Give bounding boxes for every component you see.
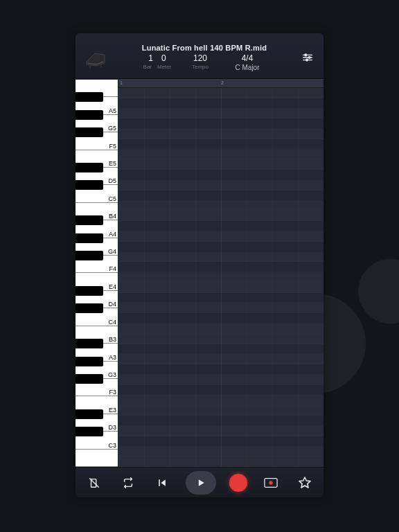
header-bar: Lunatic From hell 140 BPM R.mid 10 BarMe… xyxy=(76,33,323,79)
key-label: C5 xyxy=(108,195,116,202)
svg-point-2 xyxy=(358,259,399,324)
keyboard-strip[interactable]: A5G5F5E5D5C5B4A4G4F4E4D4C4B3A3G3F3E3D3C3 xyxy=(76,80,118,467)
skip-start-button[interactable] xyxy=(152,472,172,493)
black-key[interactable] xyxy=(76,374,103,384)
key-label: A5 xyxy=(109,107,116,114)
key-label: A3 xyxy=(109,354,116,361)
key-label: G3 xyxy=(108,371,116,378)
black-key[interactable] xyxy=(76,409,103,419)
mute-button[interactable] xyxy=(84,472,105,493)
svg-rect-10 xyxy=(159,479,160,486)
black-key[interactable] xyxy=(76,215,103,225)
favorite-button[interactable] xyxy=(294,472,315,493)
key-label: D5 xyxy=(108,177,116,184)
key-display[interactable]: 4/4 C Major xyxy=(222,53,273,71)
key-label: A4 xyxy=(109,231,116,238)
key-label: D4 xyxy=(108,301,116,308)
svg-point-6 xyxy=(305,54,307,56)
settings-button[interactable] xyxy=(299,48,317,66)
svg-rect-4 xyxy=(89,64,91,69)
key-label: G4 xyxy=(108,248,116,255)
black-key[interactable] xyxy=(76,180,103,190)
black-key[interactable] xyxy=(76,163,103,172)
black-key[interactable] xyxy=(76,251,103,260)
key-label: E3 xyxy=(109,407,116,414)
piano-roll-editor: A5G5F5E5D5C5B4A4G4F4E4D4C4B3A3G3F3E3D3C3… xyxy=(76,79,323,467)
svg-point-8 xyxy=(306,59,308,61)
key-label: F4 xyxy=(109,265,116,272)
bar-meter-display[interactable]: 10 BarMeter xyxy=(136,53,179,71)
key-label: E5 xyxy=(109,160,116,167)
svg-point-7 xyxy=(308,56,310,58)
loop-button[interactable] xyxy=(118,472,139,493)
transport-bar xyxy=(76,467,323,497)
black-key[interactable] xyxy=(76,110,103,120)
black-key[interactable] xyxy=(76,92,103,102)
black-key[interactable] xyxy=(76,357,103,366)
key-label: C3 xyxy=(108,442,116,449)
header-center: Lunatic From hell 140 BPM R.mid 10 BarMe… xyxy=(114,44,294,71)
key-label: B3 xyxy=(109,336,116,343)
black-key[interactable] xyxy=(76,127,103,137)
time-ruler[interactable]: 1 2 xyxy=(118,80,323,88)
black-key[interactable] xyxy=(76,303,103,313)
key-label: D3 xyxy=(108,424,116,431)
record-button[interactable] xyxy=(229,474,247,492)
note-grid[interactable]: 1 2 xyxy=(118,80,323,467)
key-label: B4 xyxy=(109,213,116,220)
black-key[interactable] xyxy=(76,339,103,348)
track-title: Lunatic From hell 140 BPM R.mid xyxy=(142,44,267,52)
black-key[interactable] xyxy=(76,427,103,436)
svg-rect-5 xyxy=(100,63,102,67)
key-label: G5 xyxy=(108,125,116,132)
tempo-display[interactable]: 120 Tempo xyxy=(179,53,222,71)
instrument-icon-piano[interactable] xyxy=(82,44,110,71)
white-key[interactable] xyxy=(76,450,118,467)
svg-point-12 xyxy=(269,481,272,484)
record-settings-button[interactable] xyxy=(260,472,281,493)
app-frame: Lunatic From hell 140 BPM R.mid 10 BarMe… xyxy=(76,33,323,497)
play-button[interactable] xyxy=(186,471,216,495)
key-label: E4 xyxy=(109,283,116,290)
key-label: F5 xyxy=(109,143,116,150)
key-label: C4 xyxy=(108,319,116,326)
key-label: F3 xyxy=(109,389,116,396)
black-key[interactable] xyxy=(76,233,103,243)
black-key[interactable] xyxy=(76,286,103,296)
